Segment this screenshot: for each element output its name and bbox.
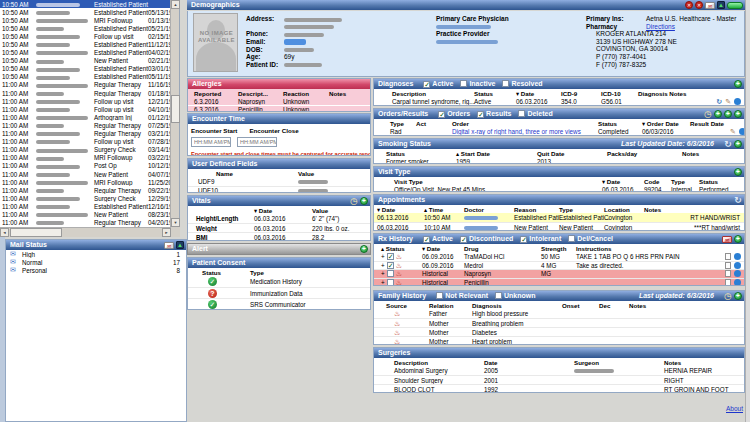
expand-toggle[interactable]: +	[381, 270, 385, 277]
visit-type-row[interactable]: Office/Op Visit, New Pat 45 Mins 06.03.2…	[374, 185, 744, 192]
filter-checkbox[interactable]: Unknown	[495, 292, 536, 299]
schedule-row[interactable]: 10:50 AM Established Patient 04/02/1954	[0, 49, 179, 57]
info-icon[interactable]	[734, 98, 741, 105]
add-diagnosis-icon[interactable]: +	[734, 80, 742, 88]
link-result-icon[interactable]: +	[734, 110, 742, 118]
add-alert-icon[interactable]: +	[360, 245, 368, 253]
refresh-icon[interactable]: ↻	[716, 98, 722, 106]
filter-checkbox[interactable]: Orders	[438, 110, 470, 117]
info-icon[interactable]	[739, 128, 744, 135]
add-order-icon[interactable]: +	[714, 110, 722, 118]
cancel-appointment-icon[interactable]: ✕	[685, 1, 693, 9]
vitals-row[interactable]: Weight 06.03.2016 220 lbs. 0 oz.	[188, 223, 370, 232]
schedule-row[interactable]: 11:00 AM Regular Therapy 07/25/1969	[0, 121, 179, 129]
add-rx-icon[interactable]: +	[734, 235, 742, 243]
encounter-start-input[interactable]	[191, 137, 231, 147]
rx-status-checkbox[interactable]	[387, 262, 394, 269]
schedule-row[interactable]: 11:00 AM Surgery Check 12/29/1983	[0, 194, 179, 202]
smoking-row[interactable]: Former smoker 1959 2013	[374, 157, 744, 164]
family-history-row[interactable]: ♨ Mother Heart problem	[374, 336, 744, 345]
filter-checkbox[interactable]: Deleted	[518, 110, 552, 117]
edit-icon[interactable]: ✎	[730, 128, 736, 136]
about-link[interactable]: About	[726, 405, 743, 412]
schedule-row[interactable]: 10:50 AM Established Patient 11/12/1996	[0, 40, 179, 48]
consent-row[interactable]: SRS Communicator	[188, 298, 370, 309]
schedule-row[interactable]: 10:50 AM Established Patient 03/01/1963	[0, 65, 179, 73]
add-result-icon[interactable]: +	[724, 110, 732, 118]
horizontal-scrollbar[interactable]: ◄ ►	[0, 227, 171, 237]
schedule-row[interactable]: 10:50 AM Established Patient 05/13/1989	[0, 8, 179, 16]
schedule-row[interactable]: 11:00 AM Regular Therapy 03/21/1951	[0, 130, 179, 138]
add-vitals-icon[interactable]: +	[360, 197, 368, 205]
schedule-row[interactable]: 11:00 AM Regular Therapy 09/22/1981	[0, 186, 179, 194]
expand-toggle[interactable]: +	[381, 262, 385, 269]
schedule-row[interactable]: 11:00 AM Follow up visit 04/10/1968	[0, 105, 179, 113]
expand-toggle[interactable]: +	[381, 253, 385, 260]
encounter-close-input[interactable]	[237, 137, 277, 147]
filter-checkbox[interactable]: Active	[423, 235, 453, 242]
rx-status-checkbox[interactable]	[387, 253, 394, 260]
consent-row[interactable]: Immunization Data	[188, 287, 370, 298]
schedule-row[interactable]: 11:00 AM Arthogram Inj 01/12/1945	[0, 113, 179, 121]
schedule-row[interactable]: 11:00 AM Regular Therapy 04/20/1963	[0, 219, 179, 227]
edit-or-view-icon[interactable]	[725, 270, 731, 277]
udf-row[interactable]: UDF10	[188, 186, 370, 194]
scroll-right-icon[interactable]: ►	[162, 228, 171, 237]
schedule-row[interactable]: 10:50 AM New Patient 02/21/1935	[0, 57, 179, 65]
filter-checkbox[interactable]: Intolerant	[520, 235, 561, 242]
rx-row[interactable]: + ♨ 06.09.2016 TraMADol HCl 50 MG TAKE 1…	[374, 252, 744, 261]
filter-checkbox[interactable]: Inactive	[460, 80, 495, 87]
send-rx-icon[interactable]: ✉	[722, 236, 732, 243]
info-icon[interactable]	[734, 262, 741, 269]
filter-checkbox[interactable]: Not Relevant	[436, 292, 488, 299]
allergy-row[interactable]: 6.3.2016 Penicillin Unknown	[188, 105, 370, 112]
family-history-row[interactable]: ♨ Mother Diabetes	[374, 327, 744, 336]
scrollbar-thumb[interactable]	[10, 228, 62, 237]
surgery-row[interactable]: Abdominal Surgery 2005 HERNIA REPAIR	[374, 366, 744, 375]
info-icon[interactable]	[734, 270, 741, 277]
schedule-row[interactable]: 11:00 AM Regular Therapy 01/18/1940	[0, 89, 179, 97]
history-clock-icon[interactable]: ◷	[350, 197, 358, 205]
schedule-row[interactable]: 11:00 AM Surgery Check 03/14/1943	[0, 146, 179, 154]
schedule-row[interactable]: 11:00 AM Follow up visit 07/28/1956	[0, 138, 179, 146]
filter-checkbox[interactable]: Resolved	[502, 80, 542, 87]
edit-or-view-icon[interactable]	[725, 279, 731, 286]
surgery-row[interactable]: Shoulder Surgery 2001 RIGHT	[374, 375, 744, 384]
rx-row[interactable]: + ♨ Historical Penicillin	[374, 278, 744, 287]
filter-checkbox[interactable]: Discontinued	[460, 235, 513, 242]
schedule-row[interactable]: 11:00 AM New Patient 04/07/1973	[0, 170, 179, 178]
history-clock-icon[interactable]: ◷	[724, 292, 732, 300]
diagnosis-row[interactable]: Carpal tunnel syndrome, rig... Active 06…	[374, 97, 744, 106]
send-message-icon[interactable]: ✉	[705, 2, 715, 9]
order-row[interactable]: Rad Digital x-ray of right hand, three o…	[374, 127, 744, 136]
rx-row[interactable]: + ♨ 06.09.2016 Medrol 4 MG Take as direc…	[374, 261, 744, 270]
family-history-row[interactable]: ♨ Mother Breathing problem	[374, 318, 744, 327]
history-clock-icon[interactable]: ◷	[704, 110, 712, 118]
expand-toggle[interactable]: +	[381, 279, 385, 286]
scroll-up-icon[interactable]: ▲	[171, 0, 180, 9]
mail-status-row[interactable]: ✉ Personal 8	[6, 266, 186, 274]
schedule-row[interactable]: 11:00 AM MRI Followup 11/25/2001	[0, 178, 179, 186]
scroll-left-icon[interactable]: ◄	[0, 228, 9, 237]
consent-row[interactable]: Medication History	[188, 276, 370, 287]
open-chart-icon[interactable]: ▲	[717, 1, 725, 9]
family-history-row[interactable]: ♨ Father High blood pressure	[374, 309, 744, 318]
appointment-row[interactable]: 06.03.2016 10:10 AM New Patient New Pati…	[374, 222, 744, 231]
schedule-row[interactable]: 10:50 AM Established Patient 05/21/1954	[0, 24, 179, 32]
edit-or-view-icon[interactable]	[725, 262, 731, 269]
vitals-row[interactable]: Height/Length 06.03.2016 6' 2" (74")	[188, 214, 370, 223]
add-smoking-icon[interactable]: +	[734, 140, 742, 148]
directions-link[interactable]: Directions	[646, 23, 744, 30]
schedule-row[interactable]: 11:00 AM Established Patient 12/16/1965	[0, 202, 179, 210]
schedule-row[interactable]: 10:50 AM Established Patient 05/11/1940	[0, 73, 179, 81]
allergy-row[interactable]: 6.3.2016 Naprosyn Unknown	[188, 97, 370, 105]
mail-status-row[interactable]: ✉ Normal 17	[6, 258, 186, 266]
rx-status-checkbox[interactable]	[387, 270, 394, 277]
schedule-row[interactable]: 10:50 AM Established Patient	[0, 0, 179, 8]
new-mail-icon[interactable]: ▲	[176, 241, 184, 249]
schedule-row[interactable]: 11:00 AM Follow up visit 12/21/1945	[0, 97, 179, 105]
add-family-history-icon[interactable]: +	[734, 292, 742, 300]
surgery-row[interactable]: BLOOD CLOT 1992 RT GROIN AND FOOT	[374, 384, 744, 393]
info-icon[interactable]	[734, 253, 741, 260]
schedule-row[interactable]: 10:50 AM Follow up visit 02/15/1996	[0, 32, 179, 40]
